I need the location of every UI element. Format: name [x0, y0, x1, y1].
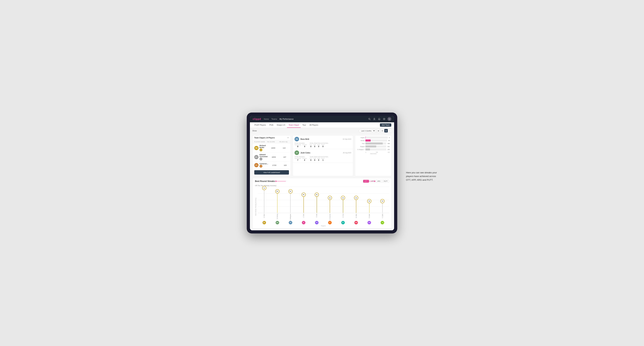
- player-streak-col: 4x: [323, 187, 336, 213]
- player-name-label: B. McHerg: [271, 214, 284, 220]
- player-avatar: EE: [262, 221, 266, 224]
- filter-arg-button[interactable]: ARG: [376, 180, 382, 183]
- streak-bubble: 5x: [315, 192, 319, 197]
- player-card-name: Rees Britt: [300, 138, 309, 140]
- col-pb-avg: PB AVG SQ: [279, 141, 289, 143]
- view-full-leaderboard-button[interactable]: View Full Leaderboard: [254, 170, 289, 174]
- main-content: Team Clippd | 14 Players ✏ PLAYER NAME P…: [250, 134, 394, 230]
- total-rounds-group-2: Total Rounds Tournament 7 Practice 2: [294, 156, 307, 161]
- user-avatar[interactable]: U: [388, 117, 391, 121]
- total-rounds-label: Total Rounds: [294, 142, 307, 144]
- avatar-2: JC: [294, 151, 299, 155]
- bar-value-bogeys: 311: [388, 146, 390, 147]
- bar-track-pars: [366, 142, 386, 145]
- player-cards-panel: RB Rees Britt 02 Sep 2023 Total Rounds T…: [292, 135, 353, 176]
- date-range-select[interactable]: Last 3 months Last 6 months Last year: [359, 129, 376, 133]
- tablet-frame: clippd Home Teams My Performance: [247, 113, 397, 233]
- bar-track: [366, 137, 388, 139]
- pb-score: 17/20: [268, 164, 280, 166]
- putt-value: 0: [322, 145, 324, 148]
- annotation-text: Here you can see streaks your players ha…: [406, 171, 441, 182]
- table-row[interactable]: CA Cameron... 3 17/20 103: [252, 162, 291, 169]
- nav-teams[interactable]: Teams: [272, 118, 277, 120]
- pb-score: 18/20: [268, 156, 280, 158]
- player-avatar: BM: [276, 221, 279, 224]
- subnav-tour[interactable]: Tour: [301, 122, 308, 128]
- stats-row-2: Total Rounds Tournament 7 Practice 2: [294, 156, 351, 161]
- subnav-all-players[interactable]: All Players: [308, 122, 320, 128]
- subnav-team-clippd[interactable]: Team Clippd: [287, 122, 301, 128]
- streaks-section: Best Round Streaks OTT APP ARG PUTT: [252, 178, 392, 228]
- player-card-header-2: JC Josh Coles 26 Aug 2023: [294, 151, 351, 155]
- streak-bubble: 3x: [380, 199, 384, 203]
- x-axis-label: Players: [258, 225, 389, 227]
- edit-icon[interactable]: ✏: [287, 137, 289, 139]
- player-avatar-cell: EE: [258, 221, 271, 224]
- bar-label-birdies: Birdies: [357, 140, 365, 141]
- nav-my-performance[interactable]: My Performance: [280, 118, 294, 120]
- player-avatar: CQ: [380, 221, 384, 224]
- player-name-label: E. Ebert: [258, 214, 271, 220]
- practice-label: Practice: [302, 144, 307, 145]
- settings-icon[interactable]: [382, 117, 386, 121]
- app-value: 0: [314, 145, 315, 148]
- player-streak-col: 4x: [336, 187, 350, 213]
- svg-line-1: [370, 119, 370, 120]
- streak-line: [304, 197, 304, 213]
- player-streak-col: 3x: [376, 187, 389, 213]
- player-name-badge: Cameron... 3: [260, 163, 268, 168]
- card-view-button[interactable]: ⊟: [384, 129, 388, 133]
- ott-value-2: 0: [310, 159, 311, 161]
- svg-point-3: [384, 119, 385, 120]
- player-avatar-cell: MM: [350, 221, 363, 224]
- subnav-hcaps[interactable]: Hcaps 1-5: [275, 122, 287, 128]
- practice-value: 4: [304, 145, 305, 148]
- chart-plot-area: 7x6x6x5x5x4x4x4x3x3x: [258, 187, 389, 213]
- bar-label: Eagles: [357, 137, 365, 138]
- filter-app-button[interactable]: APP: [370, 180, 375, 183]
- filter-putt-button[interactable]: PUTT: [382, 180, 389, 183]
- nav-home[interactable]: Home: [264, 118, 269, 120]
- bar-track-birdies: [366, 140, 387, 142]
- bar-fill-dbogeys: [366, 148, 370, 151]
- streak-line: [277, 193, 278, 213]
- practice-stat-2: Practice 2: [302, 158, 307, 161]
- list-view-button[interactable]: ☰: [380, 129, 384, 133]
- arg-value: 0: [318, 145, 319, 148]
- search-icon[interactable]: [368, 117, 371, 121]
- streak-line: [290, 193, 291, 213]
- table-header: PLAYER NAME PB SCORE PB AVG SQ: [252, 140, 291, 144]
- col-pb-score: PB SCORE: [267, 141, 279, 143]
- subnav-pgat[interactable]: PGAT Players: [253, 122, 268, 128]
- table-row[interactable]: EC Edward Crossman 2 18/20 107: [252, 153, 291, 162]
- player-name: Richard Butler: [260, 145, 267, 148]
- table-row[interactable]: RB Richard Butler 1 19/20 110: [252, 144, 291, 153]
- app-stat-2: APP 0: [314, 158, 316, 161]
- grid-view-button[interactable]: ⊞: [376, 129, 380, 133]
- streak-line: [316, 197, 317, 213]
- player-card-name-2: Josh Coles: [300, 152, 310, 154]
- arg-value-2: 0: [318, 159, 319, 161]
- add-team-button[interactable]: Add Team: [380, 123, 391, 127]
- player-info: CA Cameron... 3: [254, 163, 268, 168]
- tournament-value: 8: [297, 145, 298, 148]
- x-label-400: 400: [388, 152, 390, 153]
- ott-label-2: OTT: [310, 158, 312, 159]
- streak-line: [264, 190, 264, 213]
- chart-x-labels: 0 200 400: [357, 151, 390, 153]
- user-icon[interactable]: [373, 117, 376, 121]
- player-streak-col: 7x: [258, 187, 271, 213]
- filter-ott-button[interactable]: OTT: [363, 180, 369, 183]
- chart-view-button[interactable]: ↕: [388, 129, 392, 133]
- player-info: RB Richard Butler 1: [254, 145, 267, 151]
- rank-badge: 2: [260, 158, 262, 161]
- top-row: Team Clippd | 14 Players ✏ PLAYER NAME P…: [252, 135, 392, 176]
- total-rounds-group: Total Rounds Tournament 8 Practice 4: [294, 142, 307, 148]
- bell-icon[interactable]: [378, 117, 381, 121]
- putt-value-2: 1: [322, 159, 324, 161]
- nav-links: Home Teams My Performance: [264, 118, 294, 120]
- practice-activities-label: Total Practice Activities: [310, 142, 328, 144]
- subnav-pga[interactable]: PGA: [268, 122, 275, 128]
- player-name-label: R. Britt: [310, 214, 323, 220]
- pb-score: 19/20: [267, 147, 279, 149]
